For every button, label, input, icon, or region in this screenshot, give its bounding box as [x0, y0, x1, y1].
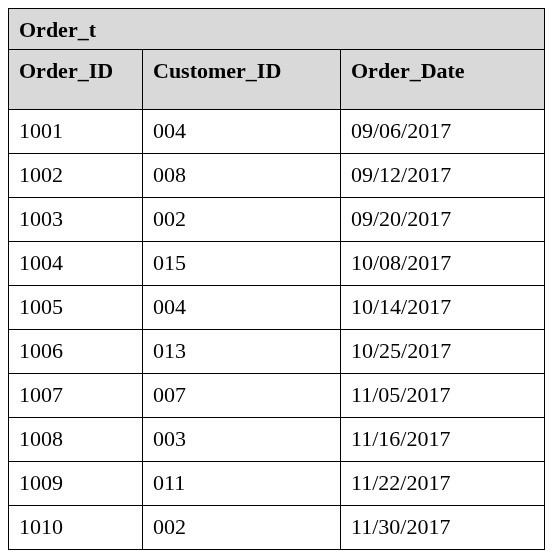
cell-order-date: 09/20/2017 — [341, 198, 545, 242]
table-row: 1010 002 11/30/2017 — [9, 506, 545, 550]
cell-customer-id: 011 — [143, 462, 341, 506]
table-row: 1004 015 10/08/2017 — [9, 242, 545, 286]
cell-customer-id: 003 — [143, 418, 341, 462]
cell-order-date: 10/14/2017 — [341, 286, 545, 330]
cell-customer-id: 007 — [143, 374, 341, 418]
cell-order-date: 10/25/2017 — [341, 330, 545, 374]
table-row: 1008 003 11/16/2017 — [9, 418, 545, 462]
cell-order-date: 09/06/2017 — [341, 110, 545, 154]
cell-order-date: 11/22/2017 — [341, 462, 545, 506]
table-row: 1001 004 09/06/2017 — [9, 110, 545, 154]
cell-customer-id: 002 — [143, 506, 341, 550]
table-row: 1002 008 09/12/2017 — [9, 154, 545, 198]
table-row: 1003 002 09/20/2017 — [9, 198, 545, 242]
cell-order-id: 1008 — [9, 418, 143, 462]
cell-customer-id: 015 — [143, 242, 341, 286]
cell-order-id: 1004 — [9, 242, 143, 286]
cell-order-id: 1002 — [9, 154, 143, 198]
cell-order-id: 1005 — [9, 286, 143, 330]
cell-customer-id: 002 — [143, 198, 341, 242]
cell-customer-id: 004 — [143, 110, 341, 154]
column-header-order-id: Order_ID — [9, 50, 143, 110]
table-row: 1006 013 10/25/2017 — [9, 330, 545, 374]
cell-order-date: 11/05/2017 — [341, 374, 545, 418]
table-row: 1009 011 11/22/2017 — [9, 462, 545, 506]
cell-order-date: 10/08/2017 — [341, 242, 545, 286]
cell-order-id: 1010 — [9, 506, 143, 550]
cell-order-id: 1007 — [9, 374, 143, 418]
cell-order-id: 1001 — [9, 110, 143, 154]
table-body: 1001 004 09/06/2017 1002 008 09/12/2017 … — [9, 110, 545, 550]
order-table: Order_t Order_ID Customer_ID Order_Date … — [8, 8, 545, 550]
cell-order-id: 1003 — [9, 198, 143, 242]
cell-order-date: 11/16/2017 — [341, 418, 545, 462]
column-header-customer-id: Customer_ID — [143, 50, 341, 110]
cell-order-id: 1006 — [9, 330, 143, 374]
cell-customer-id: 004 — [143, 286, 341, 330]
cell-order-date: 11/30/2017 — [341, 506, 545, 550]
table-row: 1005 004 10/14/2017 — [9, 286, 545, 330]
cell-customer-id: 008 — [143, 154, 341, 198]
cell-order-id: 1009 — [9, 462, 143, 506]
cell-order-date: 09/12/2017 — [341, 154, 545, 198]
table-row: 1007 007 11/05/2017 — [9, 374, 545, 418]
table-title: Order_t — [9, 9, 545, 50]
cell-customer-id: 013 — [143, 330, 341, 374]
column-header-order-date: Order_Date — [341, 50, 545, 110]
